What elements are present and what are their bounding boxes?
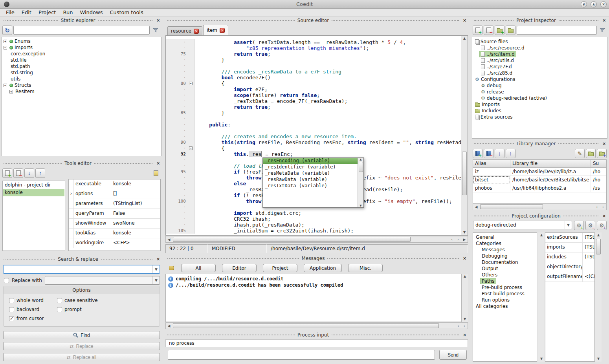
panel-close-icon[interactable]: ✕ [462, 18, 468, 23]
scroll-down-icon[interactable]: ▼ [538, 356, 545, 362]
property-row[interactable]: ›options[] [69, 189, 160, 199]
clear-symbol-filter-button[interactable] [151, 26, 161, 35]
property-row[interactable]: toolAliaskonsole [69, 229, 160, 238]
property-row[interactable]: includes(TStringList) [545, 252, 594, 262]
panel-close-icon[interactable]: ✕ [462, 333, 468, 338]
messages-horizontal-scrollbar[interactable]: ◀ ‹ › [165, 322, 468, 329]
tree-item[interactable]: ../src/item.d [472, 51, 607, 57]
tree-item[interactable]: std.file [2, 57, 161, 63]
property-value[interactable]: <(CPO> [583, 272, 594, 282]
remove-library-button[interactable]: − [484, 149, 493, 158]
checkbox[interactable] [9, 298, 14, 303]
page-right-icon[interactable]: › [461, 324, 468, 328]
tool-item[interactable]: dolphin - project dir [3, 181, 64, 189]
option-backward[interactable]: backward [9, 307, 57, 312]
move-tool-down-button[interactable]: ↓ [24, 168, 34, 178]
message-row[interactable]: icompiling /.../build/resource.d.coedit [168, 276, 465, 282]
completion-item[interactable]: _resEncoding (variable) [263, 158, 358, 164]
window-maximize-button[interactable]: ∧ [591, 1, 597, 7]
panel-close-icon[interactable]: ✕ [601, 214, 607, 219]
library-row[interactable]: bitset/home/basile/Dev/Bitset/lib/bitse/… [473, 176, 606, 184]
tab-item[interactable]: item ✕ [203, 25, 228, 35]
message-row[interactable]: i/.../build/resource.d.coedit has been s… [168, 282, 465, 288]
editor-horizontal-scrollbar[interactable]: ◀ ‹ › ▶ [165, 236, 468, 243]
tree-item[interactable]: Documentation [473, 259, 537, 265]
replace-button[interactable]: ⇄ Replace [3, 342, 160, 350]
open-library-file-button[interactable] [586, 149, 596, 158]
scroll-down-icon[interactable]: ▼ [461, 230, 468, 235]
column-header-library-file[interactable]: Library file [510, 160, 591, 167]
property-value[interactable]: [] [111, 189, 160, 199]
scroll-up-icon[interactable]: ▲ [461, 36, 468, 41]
open-folder-button[interactable] [506, 26, 515, 35]
tree-item[interactable]: Includes [472, 108, 607, 114]
clear-messages-button[interactable] [167, 263, 176, 273]
window-close-button[interactable]: ✕ [600, 1, 607, 7]
move-library-down-button[interactable]: ↓ [495, 149, 504, 158]
search-term-combo[interactable]: ▼ [3, 265, 160, 274]
completion-scrollbar[interactable]: ▲ ▼ [358, 158, 363, 207]
checkbox[interactable]: ✓ [9, 316, 14, 321]
property-row[interactable]: showWindowswoNone [69, 219, 160, 229]
scroll-up-icon[interactable]: ▲ [538, 232, 545, 238]
fold-icon[interactable]: − [189, 146, 193, 150]
checkbox[interactable] [57, 307, 62, 312]
replace-all-button[interactable]: ⇄ Replace all [3, 353, 160, 361]
tree-item[interactable]: −Imports [2, 44, 161, 51]
tree-item[interactable]: ../src/z85.d [472, 70, 607, 76]
add-tool-button[interactable]: + [2, 168, 12, 178]
library-row[interactable]: phobos/usr/lib64/libphobos2.a/us [473, 184, 606, 192]
page-right-icon[interactable]: › [600, 205, 606, 209]
scan-library-folder-button[interactable]: + [597, 149, 607, 158]
tree-item[interactable]: utils [2, 76, 161, 82]
completion-item[interactable]: _resIdentifier (variable) [263, 164, 358, 170]
completion-item[interactable]: _resRawData (variable) [263, 177, 358, 183]
refresh-symbols-button[interactable]: ↻ [2, 26, 12, 35]
replace-term-combo[interactable]: ▼ [45, 276, 160, 285]
clone-tool-button[interactable] [151, 168, 161, 178]
menu-item-custom-tools[interactable]: Custom tools [106, 9, 147, 16]
column-header-alias[interactable]: Alias [473, 160, 510, 167]
edit-library-button[interactable]: ✎ [575, 149, 585, 158]
tree-item[interactable]: debug [472, 82, 607, 89]
find-button[interactable]: Find [3, 331, 160, 339]
tree-item[interactable]: Extra sources [472, 114, 607, 120]
panel-close-icon[interactable]: ✕ [462, 256, 468, 261]
properties-scrollbar[interactable]: ▲ ▼ [595, 232, 602, 362]
messages-filter-application[interactable]: Application [304, 264, 342, 272]
property-value[interactable]: konsole [111, 229, 160, 238]
tab-resource[interactable]: resource ✕ [167, 26, 202, 35]
tree-item[interactable]: Messages [473, 247, 537, 253]
option-whole-word[interactable]: whole word [9, 298, 57, 303]
checkbox[interactable] [57, 298, 62, 303]
scroll-right-icon[interactable]: ▶ [461, 238, 468, 241]
add-folder-button[interactable]: + [495, 26, 504, 35]
tree-item[interactable]: Post-build process [473, 291, 537, 297]
panel-close-icon[interactable]: ✕ [601, 18, 607, 23]
message-list[interactable]: icompiling /.../build/resource.d.coediti… [165, 274, 468, 322]
tree-item[interactable]: +Enums [2, 38, 161, 44]
tree-item[interactable]: core.exception [2, 51, 161, 57]
fold-icon[interactable]: − [189, 82, 193, 85]
titlebar[interactable]: Coedit ∨ ∧ ✕ [0, 0, 609, 9]
menu-item-run[interactable]: Run [59, 9, 76, 16]
tree-item[interactable]: General [473, 234, 537, 240]
symbol-filter-input[interactable] [13, 26, 150, 35]
panel-close-icon[interactable]: ✕ [155, 18, 161, 23]
property-value[interactable]: <CFP> [111, 238, 160, 248]
expand-icon[interactable]: + [4, 40, 7, 43]
tree-item[interactable]: Output [473, 265, 537, 272]
process-input-field[interactable] [168, 350, 435, 360]
remove-tool-button[interactable]: − [13, 168, 23, 178]
scroll-down-icon[interactable]: ▼ [462, 316, 468, 322]
tab-close-icon[interactable]: ✕ [220, 28, 225, 33]
send-button[interactable]: Send [439, 350, 467, 360]
add-source-button[interactable]: + [473, 26, 482, 35]
property-value[interactable]: (TStringList) [583, 233, 594, 242]
tree-item[interactable]: std.path [2, 63, 161, 70]
scroll-down-icon[interactable]: ▼ [360, 204, 361, 207]
remove-source-button[interactable]: − [484, 26, 493, 35]
property-value[interactable]: (TStringList) [583, 243, 594, 252]
messages-filter-misc[interactable]: Misc. [348, 264, 383, 272]
tab-close-icon[interactable]: ✕ [194, 29, 199, 34]
